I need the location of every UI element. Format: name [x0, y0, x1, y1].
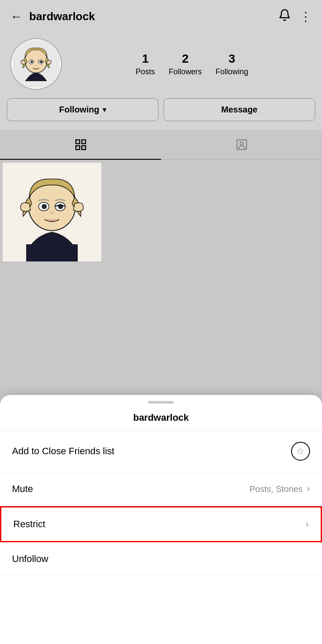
grid-icon: [74, 138, 87, 151]
mute-right: Posts, Stories ›: [249, 483, 310, 495]
following-button-label: Following: [59, 105, 99, 115]
profile-username-title: bardwarlock: [29, 10, 95, 23]
back-button[interactable]: ←: [10, 10, 22, 24]
avatar: [10, 38, 62, 90]
unfollow-label: Unfollow: [12, 553, 48, 565]
svg-rect-8: [76, 146, 79, 150]
svg-rect-9: [82, 146, 85, 150]
restrict-menu-item[interactable]: Restrict ›: [0, 506, 322, 542]
profile-section: 1 Posts 2 Followers 3 Following: [0, 31, 322, 98]
stat-posts[interactable]: 1 Posts: [136, 52, 155, 76]
list-item[interactable]: [3, 163, 101, 261]
svg-point-4: [30, 61, 33, 63]
stat-following[interactable]: 3 Following: [216, 52, 248, 76]
chevron-right-icon: ›: [307, 483, 310, 495]
mute-label: Mute: [12, 483, 33, 495]
sheet-handle[interactable]: [0, 395, 322, 407]
restrict-chevron-right-icon: ›: [306, 519, 309, 530]
bottom-sheet: bardwarlock Add to Close Friends list ☆ …: [0, 395, 322, 644]
close-friends-menu-item[interactable]: Add to Close Friends list ☆: [0, 431, 322, 472]
followers-label: Followers: [169, 67, 202, 76]
notification-bell-icon[interactable]: [278, 9, 291, 24]
posts-count: 1: [142, 52, 149, 66]
star-icon: ☆: [291, 442, 310, 461]
profile-stats: 1 Posts 2 Followers 3 Following: [72, 52, 312, 76]
close-friends-label: Add to Close Friends list: [12, 446, 114, 457]
svg-rect-6: [76, 140, 79, 144]
person-tag-icon: [235, 138, 248, 151]
tab-tagged[interactable]: [161, 130, 322, 160]
close-friends-icon-right: ☆: [291, 442, 310, 461]
tab-grid[interactable]: [0, 130, 161, 160]
svg-point-17: [42, 204, 47, 209]
top-navigation: ← bardwarlock ⋮: [0, 0, 322, 31]
content-tabs: [0, 130, 322, 160]
nav-left: ← bardwarlock: [10, 10, 95, 24]
mute-menu-item[interactable]: Mute Posts, Stories ›: [0, 472, 322, 506]
sheet-title: bardwarlock: [0, 407, 322, 431]
message-button[interactable]: Message: [164, 98, 315, 121]
followers-count: 2: [182, 52, 189, 66]
nav-right: ⋮: [278, 9, 312, 24]
svg-rect-7: [82, 140, 85, 144]
svg-rect-19: [26, 244, 78, 261]
action-buttons: Following ▾ Message: [0, 98, 322, 130]
following-count: 3: [228, 52, 235, 66]
svg-point-11: [240, 142, 243, 146]
message-button-label: Message: [221, 105, 258, 115]
posts-label: Posts: [136, 67, 155, 76]
unfollow-menu-item[interactable]: Unfollow: [0, 542, 322, 576]
restrict-right: ›: [306, 519, 309, 530]
restrict-label: Restrict: [13, 519, 46, 530]
mute-options-text: Posts, Stories: [249, 484, 302, 494]
following-button[interactable]: Following ▾: [7, 98, 158, 121]
chevron-down-icon: ▾: [103, 106, 106, 114]
drag-handle: [148, 401, 174, 404]
posts-grid: [0, 160, 322, 272]
stat-followers[interactable]: 2 Followers: [169, 52, 202, 76]
more-options-icon[interactable]: ⋮: [300, 9, 312, 24]
following-label: Following: [216, 67, 248, 76]
